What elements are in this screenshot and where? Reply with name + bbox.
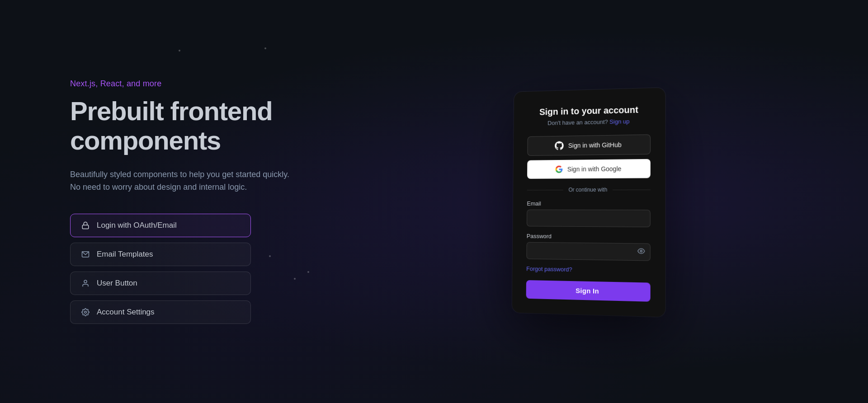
forgot-password-link[interactable]: Forgot password? (526, 265, 651, 274)
signin-button[interactable]: Sign In (526, 280, 651, 302)
github-icon (555, 141, 564, 150)
email-input[interactable] (527, 210, 651, 227)
email-group: Email (527, 200, 651, 227)
card-subtitle: Don't have an account? Sign up (528, 117, 651, 127)
right-panel: Sign in to your account Don't have an ac… (344, 89, 868, 314)
password-label: Password (527, 233, 651, 241)
google-signin-button[interactable]: Sign in with Google (527, 159, 651, 179)
lock-icon (80, 220, 90, 230)
menu-item-login-label: Login with OAuth/Email (97, 221, 177, 230)
menu-item-user[interactable]: User Button (70, 272, 251, 295)
svg-rect-0 (82, 225, 89, 229)
menu-item-account[interactable]: Account Settings (70, 300, 251, 324)
feature-menu: Login with OAuth/Email Email Templates U… (70, 214, 251, 324)
subtitle: Next.js, React, and more (70, 79, 344, 89)
password-wrapper (526, 242, 650, 261)
menu-item-email-label: Email Templates (97, 250, 153, 259)
email-label: Email (527, 200, 650, 207)
google-icon (555, 165, 563, 173)
menu-item-account-label: Account Settings (97, 308, 155, 317)
password-input[interactable] (526, 242, 650, 261)
signin-card: Sign in to your account Don't have an ac… (512, 88, 665, 317)
menu-item-user-label: User Button (97, 279, 137, 288)
mail-icon (80, 249, 90, 259)
divider-text: Or continue with (568, 187, 607, 193)
card-title: Sign in to your account (528, 104, 651, 117)
svg-point-3 (85, 311, 87, 314)
headline: Prebuilt frontend components (70, 97, 344, 155)
menu-item-login[interactable]: Login with OAuth/Email (70, 214, 251, 237)
menu-item-email[interactable]: Email Templates (70, 243, 251, 266)
gear-icon (80, 307, 90, 317)
user-icon (80, 278, 90, 288)
left-panel: Next.js, React, and more Prebuilt fronte… (0, 79, 344, 324)
svg-point-2 (84, 281, 87, 283)
svg-point-4 (640, 250, 642, 252)
password-group: Password (526, 233, 650, 261)
eye-icon[interactable] (637, 248, 645, 257)
github-signin-button[interactable]: Sign in with GitHub (527, 134, 651, 156)
divider: Or continue with (527, 187, 651, 193)
divider-line-right (613, 189, 651, 190)
divider-line-left (527, 190, 563, 190)
description: Beautifully styled components to help yo… (70, 168, 314, 194)
signup-link[interactable]: Sign up (609, 118, 629, 125)
